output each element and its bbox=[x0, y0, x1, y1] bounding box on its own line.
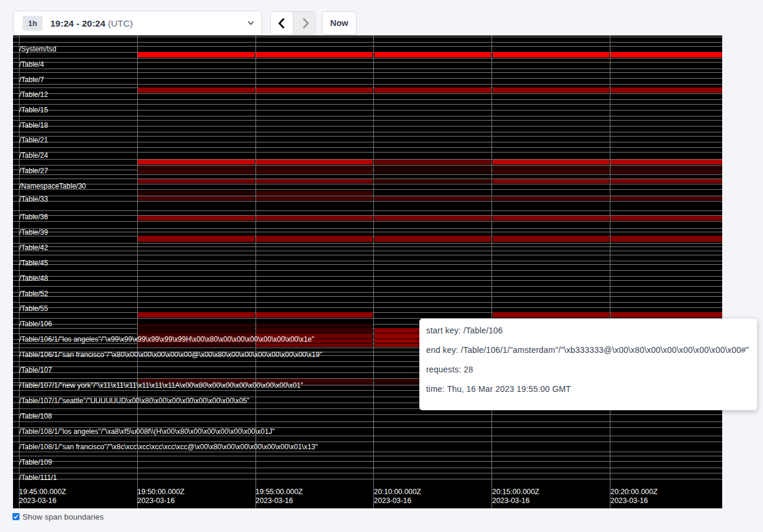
svg-text:/Table/15: /Table/15 bbox=[20, 106, 49, 114]
svg-text:19:45:00.000Z: 19:45:00.000Z bbox=[19, 488, 66, 496]
svg-text:/Table/111/1: /Table/111/1 bbox=[20, 473, 57, 482]
svg-text:2023-03-16: 2023-03-16 bbox=[374, 497, 411, 505]
svg-text:20:20:00.000Z: 20:20:00.000Z bbox=[610, 488, 658, 496]
svg-text:/Table/107: /Table/107 bbox=[20, 366, 53, 374]
svg-text:2023-03-16: 2023-03-16 bbox=[492, 497, 529, 505]
svg-text:/Table/52: /Table/52 bbox=[20, 290, 49, 298]
svg-text:/Table/7: /Table/7 bbox=[20, 76, 44, 84]
svg-text:/Table/106: /Table/106 bbox=[20, 320, 53, 328]
svg-text:/Table/45: /Table/45 bbox=[20, 259, 49, 267]
svg-text:/Table/55: /Table/55 bbox=[20, 304, 49, 313]
svg-text:/NamespaceTable/30: /NamespaceTable/30 bbox=[20, 182, 86, 190]
svg-text:/Table/36: /Table/36 bbox=[20, 213, 49, 221]
svg-text:/Table/108: /Table/108 bbox=[20, 412, 53, 420]
svg-text:/Table/39: /Table/39 bbox=[20, 228, 49, 236]
svg-text:/Table/27: /Table/27 bbox=[20, 167, 49, 175]
svg-text:/Table/107/1/"new york"/"\x11\: /Table/107/1/"new york"/"\x11\x11\x11\x1… bbox=[20, 381, 303, 390]
svg-text:/Table/4: /Table/4 bbox=[20, 60, 44, 69]
svg-text:20:15:00.000Z: 20:15:00.000Z bbox=[492, 488, 539, 496]
svg-text:2023-03-16: 2023-03-16 bbox=[256, 497, 293, 505]
svg-text:/Table/24: /Table/24 bbox=[20, 151, 49, 160]
svg-text:/Table/106/1/"los angeles"/"\x: /Table/106/1/"los angeles"/"\x99\x99\x99… bbox=[20, 335, 315, 343]
svg-text:/System/tsd: /System/tsd bbox=[20, 45, 57, 53]
svg-text:2023-03-16: 2023-03-16 bbox=[19, 497, 56, 505]
svg-text:/Table/107/1/"seattle"/"UUUUUU: /Table/107/1/"seattle"/"UUUUUUD\x00\x80\… bbox=[20, 397, 250, 405]
svg-text:19:55:00.000Z: 19:55:00.000Z bbox=[256, 488, 303, 496]
svg-text:/Table/106/1/"san francisco"/": /Table/106/1/"san francisco"/"\x80\x00\x… bbox=[20, 351, 322, 359]
svg-text:/Table/109: /Table/109 bbox=[20, 458, 53, 466]
svg-text:20:10:00.000Z: 20:10:00.000Z bbox=[374, 488, 421, 496]
svg-text:/Table/21: /Table/21 bbox=[20, 136, 49, 144]
svg-text:/Table/108/1/"san francisco"/": /Table/108/1/"san francisco"/"\x8c\xcc\x… bbox=[20, 443, 318, 451]
svg-text:/Table/18: /Table/18 bbox=[20, 121, 49, 129]
svg-text:2023-03-16: 2023-03-16 bbox=[137, 497, 174, 505]
svg-text:/Table/108/1/"los angeles"/"\x: /Table/108/1/"los angeles"/"\xa8\xf5\u00… bbox=[20, 427, 275, 436]
svg-text:19:50:00.000Z: 19:50:00.000Z bbox=[137, 488, 185, 496]
svg-text:/Table/48: /Table/48 bbox=[20, 274, 49, 283]
svg-text:/Table/12: /Table/12 bbox=[20, 90, 49, 99]
svg-text:2023-03-16: 2023-03-16 bbox=[610, 497, 648, 505]
svg-text:/Table/42: /Table/42 bbox=[20, 244, 49, 252]
svg-text:/Table/33: /Table/33 bbox=[20, 195, 49, 203]
